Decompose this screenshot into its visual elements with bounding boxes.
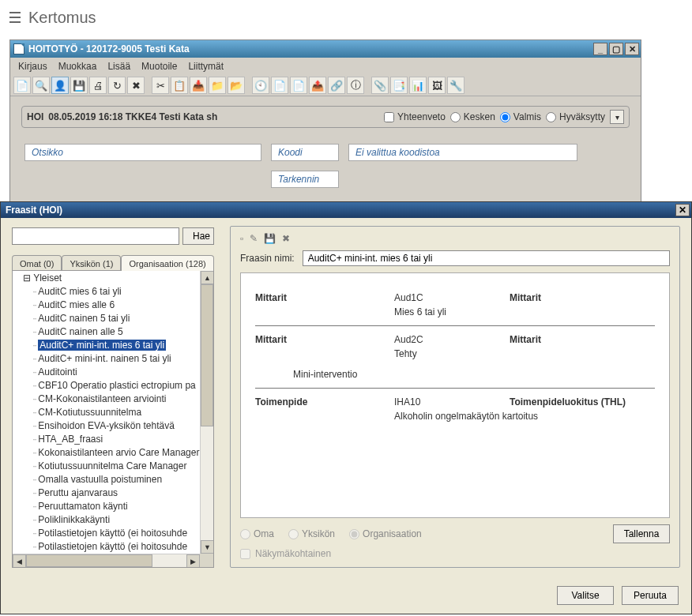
menu-kirjaus[interactable]: Kirjaus (18, 61, 47, 72)
detail-row: MittaritAud2CMittaritTehtyMini-intervent… (255, 325, 655, 388)
status-hyvaksytty[interactable]: Hyväksytty (546, 111, 605, 122)
tree-item[interactable]: Peruttu ajanvaraus (32, 486, 200, 500)
new-icon[interactable]: ▫ (240, 233, 243, 244)
tree-item[interactable]: AuditC nainen alle 5 (32, 325, 200, 339)
fraasit-dialog: Fraasit (HOI) ✕ Hae Omat (0)Yksikön (1)O… (0, 201, 692, 614)
tool-search-icon[interactable]: 🔍 (32, 77, 50, 94)
maximize-button[interactable]: ▢ (609, 43, 623, 55)
status-valmis[interactable]: Valmis (500, 111, 541, 122)
tool-user-icon[interactable]: 👤 (51, 77, 69, 94)
tool-new-icon[interactable]: 📄 (13, 77, 31, 94)
dialog-titlebar[interactable]: Fraasit (HOI) ✕ (1, 202, 691, 218)
status-kesken[interactable]: Kesken (450, 111, 495, 122)
scroll-right-icon[interactable]: ▶ (186, 554, 200, 568)
scroll-thumb-h[interactable] (26, 554, 152, 567)
field-koodistoa[interactable]: Ei valittua koodistoa (348, 144, 577, 161)
tool-copy-icon[interactable]: 📋 (171, 77, 188, 94)
summary-checkbox[interactable]: Yhteenveto (384, 111, 446, 122)
tree-item[interactable]: AuditC+ mini-int. mies 6 tai yli (32, 339, 200, 352)
tool-folder1-icon[interactable]: 📁 (209, 77, 226, 94)
tree-item[interactable]: AuditC nainen 5 tai yli (32, 312, 200, 325)
scroll-up-icon[interactable]: ▲ (201, 271, 214, 284)
tool-export-icon[interactable]: 📤 (309, 77, 326, 94)
mdi-titlebar[interactable]: HOITOTYÖ - 120172-9005 Testi Kata _ ▢ ✕ (10, 40, 641, 58)
tree-item[interactable]: AuditC mies alle 6 (32, 299, 200, 312)
tool-time-icon[interactable]: 🕙 (252, 77, 269, 94)
edit-icon[interactable]: ✎ (250, 233, 258, 244)
scope-oma[interactable]: Oma (240, 528, 274, 539)
tool-refresh-icon[interactable]: ↻ (108, 77, 126, 94)
menu-muokkaa[interactable]: Muokkaa (58, 61, 97, 72)
tree-item[interactable]: Kotiutussuunnitelma Care Manager (32, 460, 200, 473)
menu-liittymat[interactable]: Liittymät (188, 61, 224, 72)
detail-row: ToimenpideIHA10Toimenpideluokitus (THL)A… (255, 388, 655, 430)
tab-1[interactable]: Yksikön (1) (62, 255, 121, 271)
tool-delete-icon[interactable]: ✖ (127, 77, 145, 94)
hamburger-icon[interactable] (6, 9, 24, 26)
tree-item[interactable]: HTA_AB_fraasi (32, 433, 200, 446)
detail-row: MittaritAud1CMittaritMies 6 tai yli (255, 284, 655, 325)
tool-cut-icon[interactable]: ✂ (152, 77, 169, 94)
entry-code: HOI (27, 111, 43, 122)
entry-bar: HOI 08.05.2019 16:18 TKKE4 Testi Kata sh… (21, 106, 630, 128)
field-koodi[interactable]: Koodi (271, 144, 339, 161)
scroll-left-icon[interactable]: ◀ (13, 554, 26, 568)
menu-muotoile[interactable]: Muotoile (141, 61, 177, 72)
phrase-name-input[interactable] (303, 250, 670, 266)
tree-item[interactable]: Potilastietojen käyttö (ei hoitosuhde (32, 527, 200, 540)
tool-misc4-icon[interactable]: 🔧 (447, 77, 464, 94)
tool-misc3-icon[interactable]: 🖼 (428, 77, 446, 94)
tool-print-icon[interactable]: 🖨 (89, 77, 107, 94)
field-otsikko[interactable]: Otsikko (24, 144, 261, 161)
view-specific-checkbox: Näkymäkohtainen (240, 548, 670, 559)
tree-item[interactable]: Omalla vastuulla poistuminen (32, 473, 200, 486)
menu-lisaa[interactable]: Lisää (107, 61, 130, 72)
tool-paste-icon[interactable]: 📥 (190, 77, 207, 94)
tree-item[interactable]: Poliklinikkakäynti (32, 513, 200, 527)
tree-item[interactable]: Auditointi (32, 366, 200, 379)
scroll-thumb-v[interactable] (201, 284, 213, 426)
search-button[interactable]: Hae (182, 227, 214, 245)
scroll-down-icon[interactable]: ▼ (201, 540, 214, 554)
scrollbar-horizontal[interactable]: ◀ ▶ (13, 554, 200, 567)
minimize-button[interactable]: _ (593, 43, 607, 55)
tool-info-icon[interactable]: ⓘ (347, 77, 364, 94)
search-input[interactable] (12, 227, 179, 245)
chevron-down-icon[interactable]: ▾ (610, 110, 624, 124)
tool-doc2-icon[interactable]: 📄 (290, 77, 307, 94)
tree-item[interactable]: CM-Kotiutussuunnitelma (32, 406, 200, 419)
tool-attach-icon[interactable]: 📎 (371, 77, 389, 94)
scope-yksikon[interactable]: Yksikön (288, 528, 335, 539)
tree-item[interactable]: AuditC mies 6 tai yli (32, 285, 200, 299)
tree-item[interactable]: Kokonaistilanteen arvio Care Manager (32, 446, 200, 460)
save-icon[interactable]: 💾 (264, 233, 276, 244)
field-tarkennin[interactable]: Tarkennin (271, 171, 339, 188)
tree-item[interactable]: Potilastietojen käyttö (ei hoitosuhde (32, 540, 200, 554)
menu-bar: Kirjaus Muokkaa Lisää Muotoile Liittymät (10, 58, 641, 75)
choose-button[interactable]: Valitse (557, 586, 614, 605)
tab-2[interactable]: Organisaation (128) (121, 255, 213, 271)
tree-item[interactable]: CM-Kokonaistilanteen arviointi (32, 393, 200, 406)
close-button[interactable]: ✕ (625, 43, 639, 55)
name-label: Fraasin nimi: (240, 253, 295, 264)
scope-organisaation[interactable]: Organisaation (349, 528, 422, 539)
tree-item[interactable]: CBF10 Operatio plastici ectropium pa (32, 379, 200, 393)
tree-item[interactable]: AuditC+ mini-int. nainen 5 tai yli (32, 352, 200, 366)
scrollbar-vertical[interactable]: ▲ ▼ (200, 271, 213, 554)
mdi-window: HOITOTYÖ - 120172-9005 Testi Kata _ ▢ ✕ … (9, 39, 641, 208)
tool-folder2-icon[interactable]: 📂 (228, 77, 245, 94)
cancel-button[interactable]: Peruuta (622, 586, 679, 605)
tree-item[interactable]: Peruuttamaton käynti (32, 500, 200, 513)
tool-save-icon[interactable]: 💾 (70, 77, 88, 94)
delete-icon[interactable]: ✖ (282, 233, 290, 244)
close-icon[interactable]: ✕ (675, 204, 690, 216)
tool-misc2-icon[interactable]: 📊 (409, 77, 427, 94)
save-button[interactable]: Tallenna (613, 524, 670, 543)
mdi-title: HOITOTYÖ - 120172-9005 Testi Kata (28, 43, 190, 54)
tab-0[interactable]: Omat (0) (12, 255, 62, 271)
tree-root[interactable]: Yleiset (33, 272, 62, 284)
tool-doc1-icon[interactable]: 📄 (271, 77, 288, 94)
tree-item[interactable]: Ensihoidon EVA-yksikön tehtävä (32, 419, 200, 433)
tool-misc1-icon[interactable]: 📑 (390, 77, 408, 94)
tool-link-icon[interactable]: 🔗 (328, 77, 345, 94)
